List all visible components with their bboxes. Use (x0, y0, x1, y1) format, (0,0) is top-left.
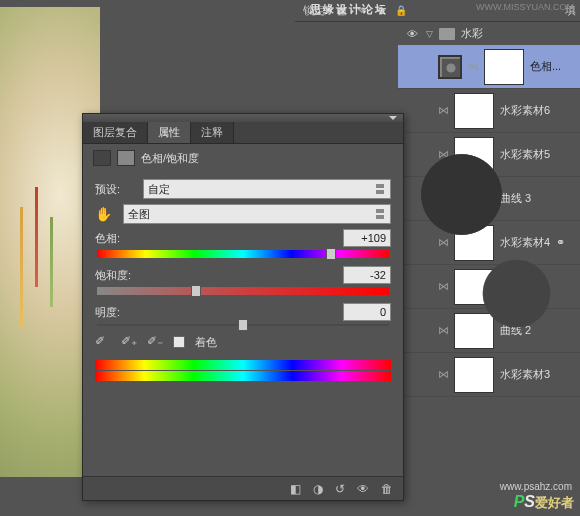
lightness-slider-group: 明度: 0 (95, 303, 391, 326)
reset-icon[interactable]: ↺ (335, 482, 345, 496)
delete-icon[interactable]: 🗑 (381, 482, 393, 496)
saturation-slider[interactable] (97, 287, 389, 295)
lightness-label: 明度: (95, 305, 120, 320)
toggle-visibility-icon[interactable]: 👁 (357, 482, 369, 496)
tab-properties[interactable]: 属性 (148, 122, 191, 143)
properties-panel: 图层复合 属性 注释 色相/饱和度 预设: 自定 ✋ 全图 色相: +109 (82, 113, 404, 501)
hue-slider[interactable] (97, 250, 389, 258)
clip-to-layer-icon[interactable]: ◧ (290, 482, 301, 496)
layer-name: 水彩素材5 (500, 147, 550, 162)
layer-name: 水彩素材6 (500, 103, 550, 118)
adjustment-type-icon[interactable] (93, 150, 111, 166)
link-icon[interactable]: ⋈ (438, 368, 448, 381)
header-watermark: 思缘设计论坛 (310, 2, 388, 17)
layer-group-header[interactable]: 👁 ▽ 水彩 (398, 22, 580, 45)
lightness-slider[interactable] (97, 324, 389, 326)
mask-toggle-icon[interactable] (117, 150, 135, 166)
scrubby-hand-icon[interactable]: ✋ (95, 206, 115, 222)
group-name: 水彩 (461, 26, 483, 41)
lightness-value-field[interactable]: 0 (343, 303, 391, 321)
footer-brand-watermark: PS爱好者 (514, 493, 574, 512)
preset-select[interactable]: 自定 (143, 179, 391, 199)
panel-grip[interactable] (83, 114, 403, 122)
hue-slider-thumb[interactable] (326, 248, 336, 260)
hue-value-field[interactable]: +109 (343, 229, 391, 247)
adjustment-header: 色相/饱和度 (83, 144, 403, 172)
lightness-slider-thumb[interactable] (238, 319, 248, 331)
colorize-checkbox[interactable] (173, 336, 185, 348)
colorize-label: 着色 (195, 335, 217, 350)
adjustment-title: 色相/饱和度 (141, 151, 199, 166)
saturation-label: 饱和度: (95, 268, 131, 283)
tab-layer-comp[interactable]: 图层复合 (83, 122, 148, 143)
previous-state-icon[interactable]: ◑ (313, 482, 323, 496)
layer-name: 色相... (530, 59, 561, 74)
saturation-value-field[interactable]: -32 (343, 266, 391, 284)
visibility-toggle-icon[interactable]: 👁 (404, 28, 420, 40)
eyedropper-icon[interactable]: ✐ (95, 334, 111, 350)
link-icon[interactable]: ⋈ (438, 324, 448, 337)
eyedropper-add-icon[interactable]: ✐₊ (121, 334, 137, 350)
hue-slider-group: 色相: +109 (95, 229, 391, 258)
range-select[interactable]: 全图 (123, 204, 391, 224)
lock-all-icon[interactable]: 🔒 (394, 4, 408, 18)
header-url: WWW.MISSYUAN.COM (476, 2, 574, 12)
eyedropper-subtract-icon[interactable]: ✐₋ (147, 334, 163, 350)
tab-notes[interactable]: 注释 (191, 122, 234, 143)
hue-label: 色相: (95, 231, 120, 246)
disclosure-triangle-icon[interactable]: ▽ (426, 29, 433, 39)
preset-label: 预设: (95, 182, 135, 197)
footer-url-watermark: www.psahz.com (500, 481, 572, 492)
saturation-slider-group: 饱和度: -32 (95, 266, 391, 295)
color-range-bars[interactable] (95, 360, 391, 381)
panel-tabs: 图层复合 属性 注释 (83, 122, 403, 144)
folder-icon (439, 28, 455, 40)
panel-footer: ◧ ◑ ↺ 👁 🗑 (83, 476, 403, 500)
layers-panel: 👁 ▽ 水彩 ⋈ 色相... ⋈ 水彩素材6 ⋈ 水彩素材5 ⋈ 曲线 3 ⋈ … (398, 22, 580, 516)
saturation-slider-thumb[interactable] (191, 285, 201, 297)
